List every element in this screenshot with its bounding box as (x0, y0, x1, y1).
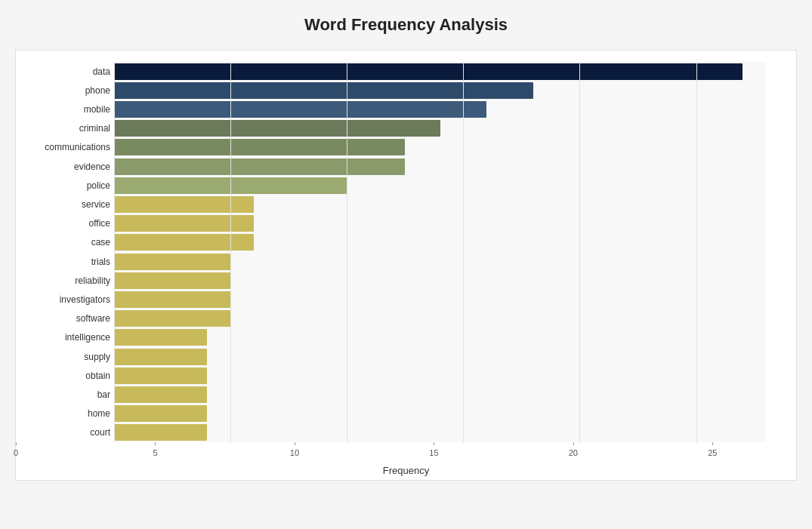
x-axis: Frequency 0510152025 (16, 442, 796, 480)
bar-label: police (16, 180, 110, 191)
bar-label: office (16, 218, 110, 229)
bar-fill (114, 215, 254, 232)
bar-label: software (16, 313, 110, 324)
bar-row: supply (114, 347, 766, 366)
bar-fill (114, 82, 533, 99)
x-tick-mark (573, 442, 574, 445)
bar-label: data (16, 66, 110, 77)
bar-fill (114, 368, 207, 384)
bar-label: home (16, 408, 110, 419)
bar-fill (114, 291, 230, 308)
bar-fill (114, 101, 486, 118)
bar-label: trials (16, 257, 110, 267)
bar-row: software (114, 309, 766, 328)
bar-fill (114, 329, 207, 346)
bar-row: mobile (114, 100, 766, 118)
x-tick-mark (434, 442, 434, 445)
bar-label: obtain (16, 371, 110, 381)
bar-row: reliability (114, 271, 766, 290)
chart-area: dataphonemobilecriminalcommunicationsevi… (15, 50, 797, 481)
bar-fill (114, 424, 207, 441)
bar-label: mobile (16, 104, 110, 115)
bar-row: office (114, 214, 766, 233)
bar-label: court (16, 427, 110, 438)
bar-row: data (114, 62, 766, 81)
chart-container: Word Frequency Analysis dataphonemobilec… (0, 0, 812, 529)
bar-fill (114, 139, 405, 155)
bar-row: phone (114, 81, 766, 100)
bar-fill (114, 177, 347, 194)
bar-row: obtain (114, 366, 766, 385)
bar-fill (114, 272, 230, 289)
x-tick-label: 15 (429, 448, 438, 457)
bar-label: case (16, 237, 110, 248)
x-tick-label: 5 (153, 448, 157, 457)
bar-fill (114, 386, 207, 403)
bar-fill (114, 310, 230, 327)
bar-row: evidence (114, 157, 766, 176)
bar-label: phone (16, 85, 110, 96)
bar-label: reliability (16, 275, 110, 286)
bar-row: service (114, 195, 766, 214)
bar-label: intelligence (16, 332, 110, 343)
bar-row: criminal (114, 119, 766, 138)
bar-fill (114, 196, 254, 213)
bar-fill (114, 158, 405, 175)
x-tick-mark (712, 442, 713, 445)
bar-row: investigators (114, 290, 766, 309)
x-tick-label: 10 (290, 448, 299, 457)
chart-title: Word Frequency Analysis (15, 15, 797, 35)
bar-row: communications (114, 138, 766, 157)
x-tick-label: 0 (14, 448, 18, 457)
bar-row: intelligence (114, 328, 766, 347)
bar-label: investigators (16, 294, 110, 305)
bar-label: service (16, 199, 110, 210)
bar-label: criminal (16, 123, 110, 134)
bar-row: home (114, 404, 766, 423)
x-tick-mark (155, 442, 156, 445)
bar-fill (114, 405, 207, 422)
bar-fill (114, 120, 440, 137)
x-tick-label: 25 (708, 448, 717, 457)
bar-fill (114, 349, 207, 365)
bar-label: communications (16, 142, 110, 152)
bar-label: bar (16, 389, 110, 400)
x-tick-mark (16, 442, 17, 445)
bar-row: case (114, 233, 766, 252)
bars-wrapper: dataphonemobilecriminalcommunicationsevi… (114, 62, 766, 442)
bar-fill (114, 63, 743, 80)
bar-label: supply (16, 352, 110, 362)
bar-fill (114, 254, 230, 270)
bar-row: trials (114, 252, 766, 271)
bar-fill (114, 234, 254, 251)
x-axis-label: Frequency (383, 465, 429, 476)
x-tick-mark (295, 442, 295, 445)
bar-row: court (114, 423, 766, 442)
bar-row: bar (114, 385, 766, 404)
bar-row: police (114, 176, 766, 195)
x-tick-label: 20 (569, 448, 578, 457)
bar-label: evidence (16, 161, 110, 172)
